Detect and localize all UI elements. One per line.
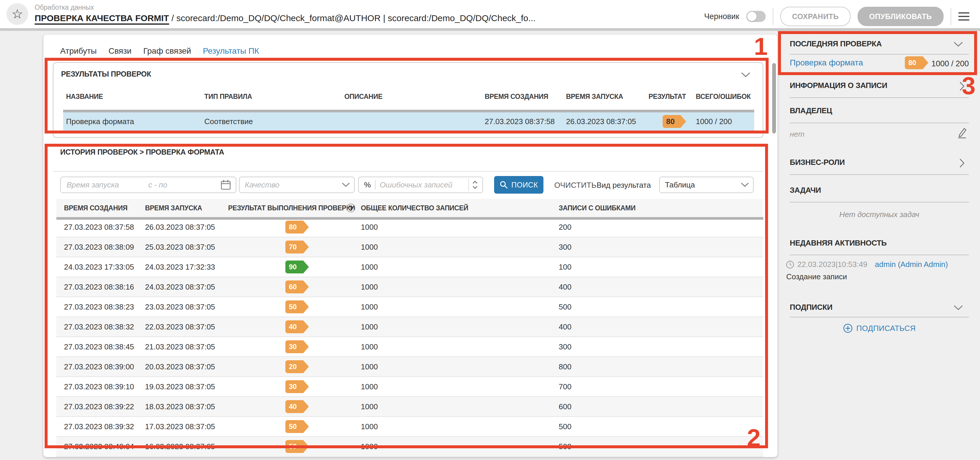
divider (375, 180, 375, 190)
table-row[interactable]: 27.03.2023 08:39:10 19.03.2023 08:37:05 … (56, 377, 763, 397)
history-table-header: ВРЕМЯ СОЗДАНИЯ ВРЕМЯ ЗАПУСКА РЕЗУЛЬТАТ В… (56, 199, 763, 217)
chevron-right-icon[interactable] (959, 82, 965, 91)
result-badge: 50 (285, 420, 309, 433)
cell-launched: 19.03.2023 08:37:05 (145, 382, 215, 391)
table-row[interactable]: 27.03.2023 08:38:45 21.03.2023 08:37:05 … (56, 337, 763, 357)
cell-launched: 23.03.2023 08:37:05 (145, 303, 215, 312)
section-label: Обработка данных (35, 3, 536, 11)
plus-circle-icon (843, 323, 853, 333)
table-row[interactable]: 27.03.2023 08:39:22 18.03.2023 08:37:05 … (56, 397, 763, 417)
cell-created: 27.03.2023 08:37:58 (64, 223, 134, 232)
col-description: ОПИСАНИЕ (344, 93, 383, 101)
cell-error-records: 800 (559, 362, 571, 371)
tab-relations[interactable]: Связи (108, 46, 131, 56)
cell-created: 24.03.2023 17:33:05 (64, 263, 134, 272)
cell-total-errors: 1000 / 200 (696, 117, 732, 126)
subscribe-label: ПОДПИСАТЬСЯ (856, 324, 916, 333)
cell-error-records: 300 (559, 343, 571, 351)
cell-created: 27.03.2023 08:38:32 (64, 322, 134, 332)
col-check-result: РЕЗУЛЬТАТ ВЫПОЛНЕНИЯ ПРОВЕРКИ (228, 204, 355, 212)
last-check-link[interactable]: Проверка формата (790, 58, 863, 67)
vertical-scrollbar[interactable] (772, 63, 776, 133)
table-row[interactable]: 27.03.2023 08:38:16 24.03.2023 08:37:05 … (56, 277, 763, 297)
col-created: ВРЕМЯ СОЗДАНИЯ (64, 204, 127, 212)
table-row[interactable]: 27.03.2023 08:39:32 17.03.2023 08:37:05 … (56, 417, 763, 437)
col-launched: ВРЕМЯ ЗАПУСКА (145, 204, 202, 212)
table-row[interactable]: 27.03.2023 08:37:58 26.03.2023 08:37:05 … (56, 217, 763, 237)
number-stepper[interactable] (468, 178, 481, 191)
result-badge: 60 (285, 281, 309, 293)
table-row[interactable]: 27.03.2023 08:38:09 25.03.2023 08:37:05 … (56, 237, 763, 257)
result-badge: 30 (285, 340, 309, 353)
search-icon (500, 181, 508, 189)
cell-total-records: 1000 (361, 382, 378, 391)
cell-launched: 21.03.2023 08:37:05 (145, 343, 215, 351)
cell-launched: 18.03.2023 08:37:05 (145, 402, 215, 411)
edit-icon[interactable] (957, 127, 967, 138)
clock-icon (786, 260, 794, 269)
chevron-down-icon[interactable] (473, 186, 478, 189)
cell-total-records: 1000 (361, 223, 378, 232)
cell-launched: 26.03.2023 08:37:05 (566, 117, 636, 126)
cell-created: 27.03.2023 08:39:10 (64, 382, 134, 391)
chevron-right-icon[interactable] (959, 159, 965, 168)
error-records-filter[interactable]: % Ошибочных записей (358, 177, 483, 193)
divider (790, 174, 969, 175)
favorite-button[interactable]: ☆ (6, 3, 28, 25)
percent-label: % (364, 181, 371, 190)
chevron-down-icon[interactable] (954, 305, 963, 310)
cell-error-records: 500 (559, 442, 571, 451)
toggle-knob (747, 12, 757, 21)
clear-button[interactable]: ОЧИСТИТЬ (554, 181, 597, 190)
cell-created: 27.03.2023 08:39:22 (64, 402, 134, 411)
cell-total-records: 1000 (361, 362, 378, 371)
activity-user-link[interactable]: admin (Admin Admin) (875, 260, 948, 269)
table-row[interactable]: 27.03.2023 08:38:23 23.03.2023 08:37:05 … (56, 297, 763, 317)
cell-launched: 22.03.2023 08:37:05 (145, 322, 215, 332)
calendar-icon[interactable] (221, 179, 231, 190)
cell-total-records: 1000 (361, 303, 378, 312)
search-button[interactable]: ПОИСК (494, 176, 543, 194)
cell-total-records: 1000 (361, 402, 378, 411)
check-results-title: РЕЗУЛЬТАТЫ ПРОВЕРОК (61, 70, 151, 78)
cell-error-records: 400 (559, 322, 571, 332)
table-row[interactable]: 24.03.2023 17:33:05 24.03.2023 17:32:33 … (56, 257, 763, 277)
cell-launched: 17.03.2023 08:37:05 (145, 422, 215, 431)
chevron-up-icon[interactable] (473, 181, 478, 184)
table-row-selected[interactable]: Проверка формата Соответствие 27.03.2023… (63, 113, 754, 130)
breadcrumb-path: / scorecard:/Demo_DQ/DQ/Check_format@AUT… (169, 13, 536, 23)
launch-time-filter[interactable]: Время запуска с - по (60, 177, 236, 193)
subscriptions-title: ПОДПИСКИ (790, 303, 832, 312)
cell-total-records: 1000 (361, 343, 378, 351)
tab-check-results[interactable]: Результаты ПК (203, 46, 259, 56)
result-badge: 30 (285, 380, 309, 393)
draft-toggle[interactable] (746, 11, 766, 22)
cell-error-records: 700 (559, 382, 571, 391)
chevron-down-icon[interactable] (954, 42, 963, 47)
result-badge: 80 (285, 220, 309, 233)
divider (790, 317, 969, 317)
table-row[interactable]: 27.03.2023 08:38:32 22.03.2023 08:37:05 … (56, 317, 763, 337)
screen: ☆ Обработка данных ПРОВЕРКА КАЧЕСТВА FOR… (0, 0, 980, 460)
horizontal-scrollbar[interactable] (63, 110, 754, 113)
result-badge: 40 (285, 400, 309, 413)
tab-relation-graph[interactable]: Граф связей (143, 46, 191, 56)
page-title[interactable]: ПРОВЕРКА КАЧЕСТВА FORMIT (35, 13, 169, 25)
cell-launched: 16.03.2023 08:37:05 (145, 442, 215, 451)
col-total-records: ОБЩЕЕ КОЛИЧЕСТВО ЗАПИСЕЙ (361, 204, 468, 212)
activity-action: Создание записи (786, 272, 847, 281)
chevron-down-icon[interactable] (741, 72, 751, 78)
result-view-select[interactable]: Таблица (659, 177, 754, 193)
tab-bar: Атрибуты Связи Граф связей Результаты ПК (60, 46, 259, 56)
horizontal-scrollbar[interactable] (56, 217, 763, 220)
quality-filter-select[interactable]: Качество (239, 177, 355, 193)
help-icon[interactable]: ? (347, 204, 355, 213)
tab-attributes[interactable]: Атрибуты (60, 46, 97, 56)
divider (53, 171, 763, 171)
subscribe-button[interactable]: ПОДПИСАТЬСЯ (779, 323, 980, 333)
chevron-down-icon (342, 182, 350, 187)
table-row[interactable]: 27.03.2023 08:39:00 20.03.2023 08:37:05 … (56, 357, 763, 377)
divider (790, 202, 969, 202)
table-row[interactable]: 27.03.2023 08:40:04 16.03.2023 08:37:05 … (56, 437, 763, 457)
cell-launched: 24.03.2023 08:37:05 (145, 282, 215, 292)
